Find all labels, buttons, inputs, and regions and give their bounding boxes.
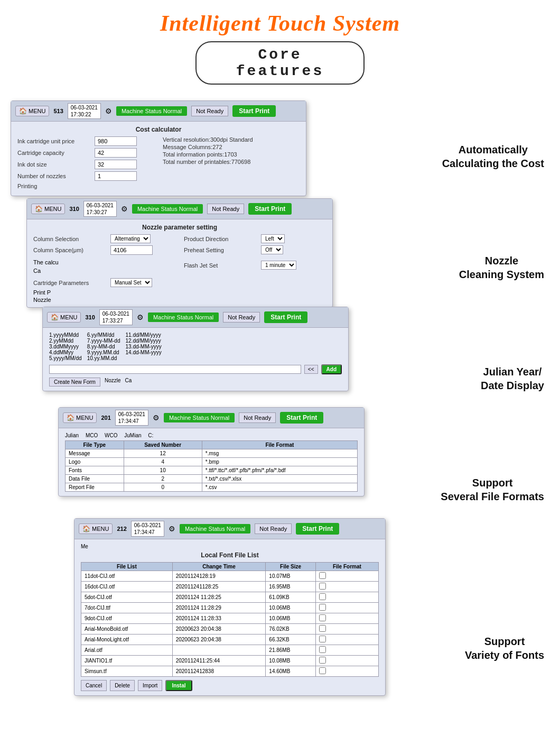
delete-btn[interactable]: Delete [110, 680, 135, 691]
flash-jet-label: Flash Jet Set [184, 262, 258, 269]
screen4-status: Machine Status Normal [164, 413, 235, 422]
table-row: 5dot-CIJ.otf20201124 11:28:2561.09KB [81, 592, 379, 603]
screen1-start-print[interactable]: Start Print [232, 105, 276, 117]
date-input[interactable] [49, 365, 301, 374]
page-container: Intelligent Touch System Core features 🏠… [0, 0, 560, 754]
nozzles-input[interactable] [95, 171, 137, 181]
chevron-left-btn[interactable]: << [304, 365, 318, 374]
screen5-not-ready[interactable]: Not Ready [255, 523, 292, 534]
annotation-auto-cost: AutomaticallyCalculating the Cost [442, 143, 544, 170]
font-checkbox[interactable] [319, 614, 326, 621]
screen4-labels: Julian MCO WCO JuMian C: [65, 433, 358, 438]
screen4-menu-btn[interactable]: 🏠 MENU [63, 412, 97, 423]
screen3-status: Machine Status Normal [148, 312, 219, 322]
import-btn[interactable]: Import [138, 680, 162, 691]
col-file-list: File List [81, 563, 173, 571]
font-checkbox[interactable] [319, 604, 326, 611]
screen5-menu-btn[interactable]: 🏠 MENU [79, 523, 113, 534]
font-checkbox[interactable] [319, 636, 326, 642]
screen2-menu-btn[interactable]: 🏠 MENU [31, 204, 65, 214]
screen3-not-ready[interactable]: Not Ready [223, 312, 260, 323]
table-row: Data File2*.txt/*.csv/*.xlsx [66, 475, 358, 483]
settings-icon4: ⚙ [153, 413, 160, 422]
font-checkbox[interactable] [319, 657, 326, 664]
screen4-start-print[interactable]: Start Print [280, 412, 323, 424]
font-checkbox[interactable] [319, 646, 326, 653]
screen2-card: 🏠 MENU 310 06-03-2021 17:30:27 ⚙ Machine… [26, 198, 333, 308]
screen3-id: 310 [85, 314, 95, 320]
font-checkbox[interactable] [319, 625, 326, 632]
font-checkbox[interactable] [319, 593, 326, 600]
form-col-selection: Column Selection Alternating [33, 234, 175, 243]
dot-input[interactable] [95, 160, 137, 169]
annotation-nozzle: NozzleCleaning System [459, 254, 544, 281]
screen1-menu-btn[interactable]: 🏠 MENU [15, 106, 49, 116]
form-product-dir: Product Direction Left [184, 234, 326, 243]
home-icon: 🏠 [19, 107, 27, 115]
screen2-topbar: 🏠 MENU 310 06-03-2021 17:30:27 ⚙ Machine… [27, 199, 332, 219]
create-form-btn[interactable]: Create New Form [49, 378, 100, 387]
home-icon4: 🏠 [67, 414, 74, 421]
screen4-id: 201 [101, 415, 110, 421]
screen2-col-right: Product Direction Left Preheat Setting O… [184, 234, 326, 303]
screen1-title: Cost calculator [17, 126, 300, 133]
prod-dir-label: Product Direction [184, 236, 258, 242]
screen3-bottom: Create New Form Nozzle Ca [49, 378, 342, 387]
screen1-datetime: 06-03-2021 17:30:22 [68, 103, 101, 119]
table-row: JIANTIO1.tf2020112411:25:4410.08MB [81, 656, 379, 666]
screen2-not-ready[interactable]: Not Ready [207, 204, 244, 214]
screen5-card: 🏠 MENU 212 06-03-2021 17:34:47 ⚙ Machine… [74, 518, 386, 696]
settings-icon: ⚙ [105, 107, 112, 115]
annotation-fonts: SupportVariety of Fonts [465, 635, 544, 662]
screen5-content: Me Local Font File List File List Change… [74, 539, 385, 695]
screen1-id: 513 [53, 108, 63, 114]
vert-res: Vertical resolution:300dpi Standard [163, 136, 300, 143]
font-checkbox[interactable] [319, 667, 326, 674]
screen5-status: Machine Status Normal [180, 524, 250, 534]
screen5-topbar: 🏠 MENU 212 06-03-2021 17:34:47 ⚙ Machine… [74, 519, 385, 539]
preheat-select[interactable]: Off [261, 245, 283, 254]
prod-dir-select[interactable]: Left [261, 234, 285, 243]
cart-param-select[interactable]: Manual Set [110, 278, 152, 287]
screen5-buttons: Cancel Delete Import Instal [81, 680, 379, 691]
screen3-start-print[interactable]: Start Print [264, 311, 307, 323]
install-btn[interactable]: Instal [165, 680, 192, 691]
screen4-card: 🏠 MENU 201 06-03-2021 17:34:47 ⚙ Machine… [58, 407, 365, 496]
screen5-start-print[interactable]: Start Print [296, 523, 339, 535]
screen4-not-ready[interactable]: Not Ready [239, 412, 276, 423]
total-printables: Total number of printables:770698 [163, 159, 300, 165]
cancel-btn[interactable]: Cancel [81, 680, 107, 691]
screen1-not-ready[interactable]: Not Ready [191, 106, 228, 116]
screen2-status: Machine Status Normal [132, 204, 203, 214]
screen5-datetime: 06-03-2021 17:34:47 [131, 521, 164, 537]
font-checkbox[interactable] [319, 572, 326, 579]
add-btn[interactable]: Add [321, 364, 342, 374]
screen2-start-print[interactable]: Start Print [248, 203, 292, 215]
form-row-ink: Ink cartridge unit price [17, 136, 154, 146]
annotation-julian: Julian Year/Date Display [481, 365, 544, 392]
table-row: Message12*.msg [66, 449, 358, 458]
col-change-time: Change Time [172, 563, 266, 571]
flash-jet-select[interactable]: 1 minute [261, 261, 296, 270]
screen3-menu-btn[interactable]: 🏠 MENU [47, 312, 81, 323]
screen2-datetime: 06-03-2021 17:30:27 [83, 201, 117, 217]
table-row: 16dot-CIJ.otf202011241128:2516.95MB [81, 582, 379, 592]
annotation-file-formats: SupportSeveral File Formats [441, 476, 544, 503]
settings-icon3: ⚙ [137, 313, 144, 321]
cartridge-label: Cartridge capacity [17, 150, 91, 156]
screen2-content: Nozzle parameter setting Column Selectio… [27, 219, 332, 307]
screen1-topbar: 🏠 MENU 513 06-03-2021 17:30:22 ⚙ Machine… [11, 101, 306, 122]
screen1-col-right: Vertical resolution:300dpi Standard Mess… [163, 136, 300, 191]
screen2-title: Nozzle parameter setting [33, 224, 326, 231]
font-checkbox[interactable] [319, 583, 326, 590]
col-sel-select[interactable]: Alternating [110, 234, 151, 243]
screen4-content: Julian MCO WCO JuMian C: File Type Saved… [59, 428, 364, 496]
form-flash-jet: Flash Jet Set 1 minute [184, 261, 326, 270]
col-space-input[interactable] [110, 245, 153, 255]
form-row-dot: Ink dot size [17, 160, 154, 169]
cartridge-input[interactable] [95, 148, 137, 158]
form-preheat: Preheat Setting Off [184, 245, 326, 254]
ink-input[interactable] [95, 136, 137, 146]
col-file-size: File Size [266, 563, 315, 571]
col-sel-label: Column Selection [33, 236, 107, 242]
